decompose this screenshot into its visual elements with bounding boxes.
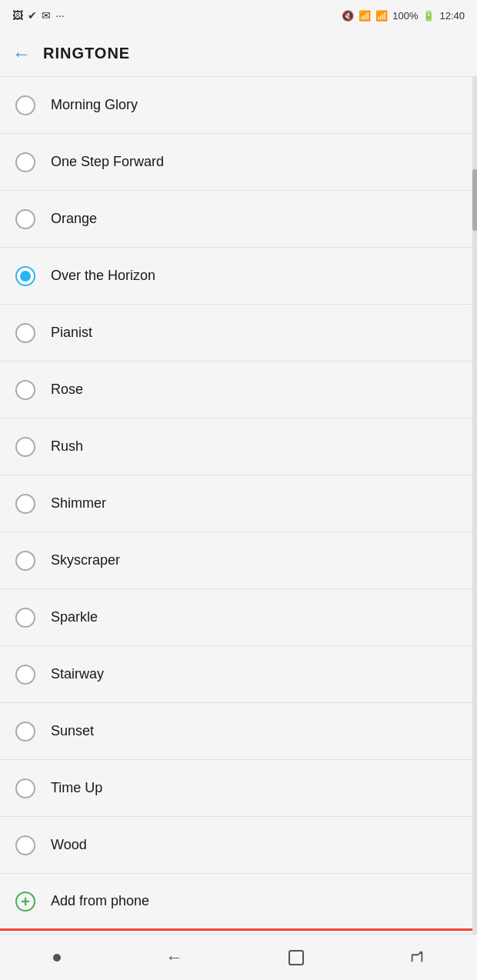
ringtone-list: Morning GloryOne Step ForwardOrangeOver … [0, 77, 477, 934]
radio-inner-dot [20, 271, 31, 282]
ringtone-name: Orange [51, 211, 97, 227]
email-icon: ✉ [42, 9, 51, 22]
scrollbar-thumb[interactable] [472, 169, 477, 231]
radio-button[interactable] [15, 95, 35, 115]
back-button[interactable]: ← [12, 43, 31, 65]
status-bar-right: 🔇 📶 📶 100% 🔋 12:40 [342, 10, 465, 22]
nav-dot-indicator [53, 954, 61, 962]
status-bar: 🖼 ✔ ✉ ··· 🔇 📶 📶 100% 🔋 12:40 [0, 0, 477, 31]
wifi-icon: 📶 [359, 10, 371, 22]
list-item[interactable]: Shimmer [0, 475, 477, 532]
navigation-bar: ← [0, 934, 477, 980]
signal-icon: 📶 [375, 10, 388, 22]
ringtone-name: Over the Horizon [51, 268, 155, 284]
radio-button[interactable] [15, 722, 35, 742]
list-item[interactable]: Orange [0, 191, 477, 248]
radio-button[interactable] [15, 266, 35, 286]
ringtone-name: Time Up [51, 780, 102, 796]
radio-button[interactable] [15, 323, 35, 343]
nav-back-button[interactable]: ← [166, 948, 183, 968]
content-area: Morning GloryOne Step ForwardOrangeOver … [0, 77, 477, 934]
radio-button[interactable] [15, 608, 35, 628]
battery-percent: 100% [392, 10, 418, 22]
ringtone-name: Rush [51, 438, 83, 455]
status-bar-left: 🖼 ✔ ✉ ··· [12, 9, 65, 22]
radio-button[interactable] [15, 835, 35, 855]
mute-icon: 🔇 [342, 10, 354, 22]
header: ← RINGTONE [0, 31, 477, 77]
clock: 12:40 [439, 10, 465, 22]
ringtone-name: Pianist [51, 325, 92, 341]
scrollbar[interactable] [472, 77, 477, 934]
page-title: RINGTONE [43, 45, 130, 62]
list-item[interactable]: Sunset [0, 703, 477, 760]
radio-button[interactable] [15, 437, 35, 457]
ringtone-name: Wood [51, 837, 87, 853]
battery-icon: 🔋 [422, 10, 435, 22]
list-item[interactable]: Rose [0, 362, 477, 418]
list-item[interactable]: Morning Glory [0, 77, 477, 134]
radio-button[interactable] [15, 380, 35, 400]
radio-button[interactable] [15, 494, 35, 514]
list-item[interactable]: Pianist [0, 305, 477, 362]
add-from-phone-button[interactable]: +Add from phone [0, 874, 477, 931]
list-item[interactable]: Wood [0, 817, 477, 874]
list-item[interactable]: Over the Horizon [0, 248, 477, 305]
ringtone-name: Skyscraper [51, 552, 120, 568]
ringtone-name: Shimmer [51, 495, 106, 512]
ringtone-name: Morning Glory [51, 97, 138, 113]
ringtone-name: Stairway [51, 666, 104, 682]
list-item[interactable]: Stairway [0, 646, 477, 703]
radio-button[interactable] [15, 551, 35, 571]
ringtone-name: Sunset [51, 723, 94, 739]
add-from-phone-label: Add from phone [51, 893, 149, 909]
radio-button[interactable] [15, 152, 35, 172]
radio-button[interactable] [15, 209, 35, 229]
ringtone-name: Rose [51, 382, 83, 398]
ringtone-name: One Step Forward [51, 154, 164, 170]
list-item[interactable]: Time Up [0, 760, 477, 817]
more-icon: ··· [55, 9, 65, 22]
list-item[interactable]: Sparkle [0, 589, 477, 646]
list-item[interactable]: One Step Forward [0, 134, 477, 191]
check-icon: ✔ [28, 9, 37, 22]
image-icon: 🖼 [12, 9, 23, 22]
plus-icon: + [15, 892, 35, 912]
list-item[interactable]: Skyscraper [0, 532, 477, 589]
radio-button[interactable] [15, 665, 35, 685]
nav-home-button[interactable] [289, 950, 304, 965]
list-item[interactable]: Rush [0, 418, 477, 475]
ringtone-name: Sparkle [51, 609, 98, 625]
nav-recents-button[interactable] [409, 950, 425, 965]
radio-button[interactable] [15, 778, 35, 798]
